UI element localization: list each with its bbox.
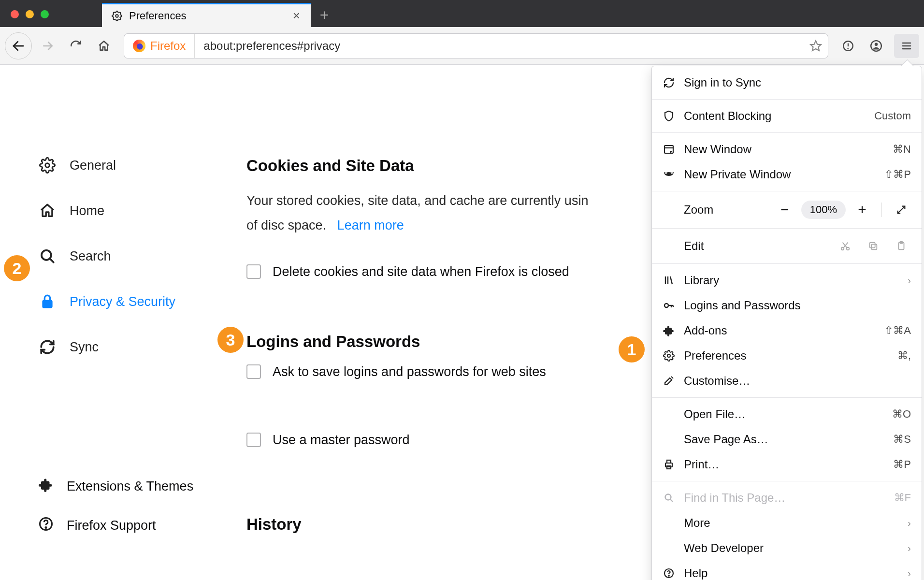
master-password-row[interactable]: Use a master password [246, 433, 588, 448]
menu-web-developer[interactable]: Web Developer › [652, 536, 922, 561]
close-window-button[interactable] [11, 10, 19, 18]
svg-line-24 [843, 243, 848, 248]
copy-button[interactable] [864, 241, 883, 251]
app-menu-panel: Sign in to Sync Content Blocking Custom … [651, 66, 922, 580]
preferences-main: Cookies and Site Data Your stored cookie… [242, 65, 607, 580]
sidebar-item-home[interactable]: Home [39, 202, 242, 219]
back-button[interactable] [5, 32, 32, 59]
master-password-label: Use a master password [273, 433, 410, 448]
svg-point-37 [667, 354, 670, 357]
tab-close-button[interactable]: × [289, 8, 304, 23]
sidebar-item-sync[interactable]: Sync [39, 338, 242, 356]
svg-rect-26 [871, 244, 877, 249]
puzzle-icon [39, 478, 53, 495]
gear-icon [112, 11, 122, 21]
sidebar-item-label: Firefox Support [67, 518, 156, 533]
reload-button[interactable] [64, 34, 88, 58]
ask-save-checkbox[interactable] [246, 364, 261, 379]
menu-find[interactable]: Find in This Page… ⌘F [652, 485, 922, 510]
sidebar-item-label: Extensions & Themes [67, 479, 193, 494]
gear-icon [663, 349, 675, 362]
sidebar-item-label: Privacy & Security [70, 294, 175, 309]
sync-icon [39, 338, 56, 356]
minimize-window-button[interactable] [26, 10, 34, 18]
home-button[interactable] [92, 34, 116, 58]
sidebar-item-label: Sync [70, 340, 99, 355]
menu-help[interactable]: Help › [652, 561, 922, 580]
forward-button[interactable] [36, 34, 60, 58]
zoom-in-button[interactable]: + [852, 200, 872, 219]
menu-more[interactable]: More › [652, 510, 922, 536]
sidebar-item-general[interactable]: General [39, 157, 242, 174]
ask-save-label: Ask to save logins and passwords for web… [273, 364, 546, 379]
home-icon [39, 202, 56, 219]
svg-marker-3 [810, 41, 821, 51]
gear-icon [39, 157, 56, 174]
menu-save-page[interactable]: Save Page As… ⌘S [652, 427, 922, 452]
delete-cookies-checkbox[interactable] [246, 264, 261, 279]
menu-library[interactable]: Library › [652, 268, 922, 293]
master-password-checkbox[interactable] [246, 433, 261, 447]
cookies-heading: Cookies and Site Data [246, 157, 588, 175]
chevron-right-icon: › [908, 275, 911, 286]
lock-icon [39, 293, 56, 310]
svg-rect-15 [43, 300, 52, 308]
zoom-label: Zoom [663, 203, 768, 217]
help-icon [663, 567, 675, 580]
menu-logins[interactable]: Logins and Passwords [652, 293, 922, 318]
identity-box[interactable]: Firefox [124, 34, 195, 58]
url-text: about:preferences#privacy [195, 39, 804, 53]
toolbar: Firefox about:preferences#privacy [0, 27, 924, 65]
bookmark-star-button[interactable] [804, 40, 828, 52]
sidebar-item-privacy[interactable]: Privacy & Security [39, 293, 242, 310]
shield-icon [663, 110, 675, 122]
key-icon [663, 299, 675, 312]
delete-cookies-row[interactable]: Delete cookies and site data when Firefo… [246, 264, 588, 279]
zoom-value[interactable]: 100% [801, 201, 846, 219]
cut-button[interactable] [836, 241, 855, 251]
svg-line-14 [50, 259, 53, 262]
reader-mode-button[interactable] [836, 34, 860, 58]
mask-icon [663, 168, 675, 181]
chevron-right-icon: › [908, 518, 911, 529]
svg-point-33 [664, 304, 668, 307]
menu-edit-row: Edit [652, 232, 922, 260]
printer-icon [663, 458, 675, 471]
app-menu-button[interactable] [894, 34, 919, 58]
paste-button[interactable] [892, 241, 911, 251]
library-icon [663, 274, 675, 287]
menu-preferences[interactable]: Preferences ⌘, [652, 343, 922, 368]
fullscreen-button[interactable] [892, 200, 911, 219]
menu-zoom-row: Zoom − 100% + [652, 195, 922, 224]
menu-new-private-window[interactable]: New Private Window ⇧⌘P [652, 162, 922, 187]
sidebar-extensions-link[interactable]: Extensions & Themes [39, 478, 193, 495]
maximize-window-button[interactable] [41, 10, 49, 18]
sidebar-item-search[interactable]: Search [39, 247, 242, 265]
svg-point-44 [668, 575, 669, 576]
chevron-right-icon: › [908, 568, 911, 579]
menu-content-blocking[interactable]: Content Blocking Custom [652, 103, 922, 129]
zoom-out-button[interactable]: − [775, 200, 794, 219]
menu-new-window[interactable]: New Window ⌘N [652, 137, 922, 162]
menu-customise[interactable]: Customise… [652, 368, 922, 393]
sidebar-support-link[interactable]: Firefox Support [39, 517, 193, 535]
tab-preferences[interactable]: Preferences × [102, 3, 311, 27]
sync-icon [663, 76, 675, 89]
titlebar: Preferences × + [0, 0, 924, 27]
sidebar-item-label: Search [70, 249, 111, 264]
menu-print[interactable]: Print… ⌘P [652, 452, 922, 477]
annotation-badge-1: 1 [619, 336, 645, 362]
url-bar[interactable]: Firefox about:preferences#privacy [124, 33, 828, 58]
menu-addons[interactable]: Add-ons ⇧⌘A [652, 318, 922, 343]
svg-point-6 [848, 48, 848, 48]
svg-point-41 [665, 494, 671, 500]
menu-signin[interactable]: Sign in to Sync [652, 70, 922, 95]
account-button[interactable] [864, 34, 888, 58]
help-icon [39, 517, 53, 535]
new-tab-button[interactable]: + [311, 3, 338, 27]
ask-save-row[interactable]: Ask to save logins and passwords for web… [246, 364, 588, 379]
learn-more-link[interactable]: Learn more [337, 218, 404, 232]
svg-rect-27 [870, 243, 875, 248]
annotation-badge-3: 3 [217, 327, 244, 353]
menu-open-file[interactable]: Open File… ⌘O [652, 402, 922, 427]
